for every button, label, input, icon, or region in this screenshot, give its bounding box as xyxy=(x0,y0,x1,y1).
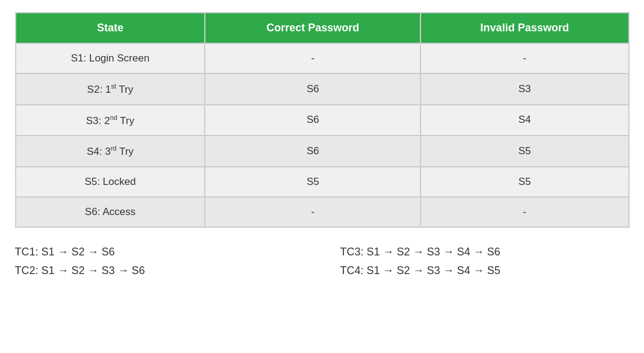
cell-invalid-5: - xyxy=(420,197,628,227)
test-case-tc2: TC2: S1 → S2 → S3 → S6 xyxy=(15,263,304,278)
cell-correct-2: S6 xyxy=(205,105,420,136)
table-header: State Correct Password Invalid Password xyxy=(16,13,629,43)
cell-invalid-0: - xyxy=(420,43,628,73)
cell-state-0: S1: Login Screen xyxy=(16,43,205,73)
header-row: State Correct Password Invalid Password xyxy=(16,13,629,43)
cell-state-1: S2: 1st Try xyxy=(16,73,205,105)
test-case-tc4: TC4: S1 → S2 → S3 → S4 → S5 xyxy=(340,263,630,278)
table-row: S3: 2nd TryS6S4 xyxy=(16,105,629,136)
table-row: S6: Access-- xyxy=(16,197,629,227)
header-state: State xyxy=(16,13,205,43)
cell-correct-3: S6 xyxy=(205,136,420,167)
cell-invalid-3: S5 xyxy=(420,136,628,167)
cell-state-2: S3: 2nd Try xyxy=(16,105,205,136)
main-container: State Correct Password Invalid Password … xyxy=(15,12,630,278)
cell-invalid-4: S5 xyxy=(420,167,628,197)
table-row: S5: LockedS5S5 xyxy=(16,167,629,197)
table-row: S4: 3rd TryS6S5 xyxy=(16,136,629,167)
cell-correct-4: S5 xyxy=(205,167,420,197)
cell-correct-0: - xyxy=(205,43,420,73)
header-correct-password: Correct Password xyxy=(205,13,420,43)
cell-state-3: S4: 3rd Try xyxy=(16,136,205,167)
cell-correct-1: S6 xyxy=(205,73,420,105)
test-cases-section: TC1: S1 → S2 → S6TC3: S1 → S2 → S3 → S4 … xyxy=(15,245,630,278)
table-row: S2: 1st TryS6S3 xyxy=(16,73,629,105)
cell-state-5: S6: Access xyxy=(16,197,205,227)
header-invalid-password: Invalid Password xyxy=(420,13,628,43)
cell-correct-5: - xyxy=(205,197,420,227)
table-body: S1: Login Screen--S2: 1st TryS6S3S3: 2nd… xyxy=(16,43,629,227)
cell-state-4: S5: Locked xyxy=(16,167,205,197)
test-case-tc3: TC3: S1 → S2 → S3 → S4 → S6 xyxy=(340,245,630,260)
table-row: S1: Login Screen-- xyxy=(16,43,629,73)
cell-invalid-1: S3 xyxy=(420,73,628,105)
cell-invalid-2: S4 xyxy=(420,105,628,136)
state-table: State Correct Password Invalid Password … xyxy=(15,12,630,228)
test-case-tc1: TC1: S1 → S2 → S6 xyxy=(15,245,304,260)
